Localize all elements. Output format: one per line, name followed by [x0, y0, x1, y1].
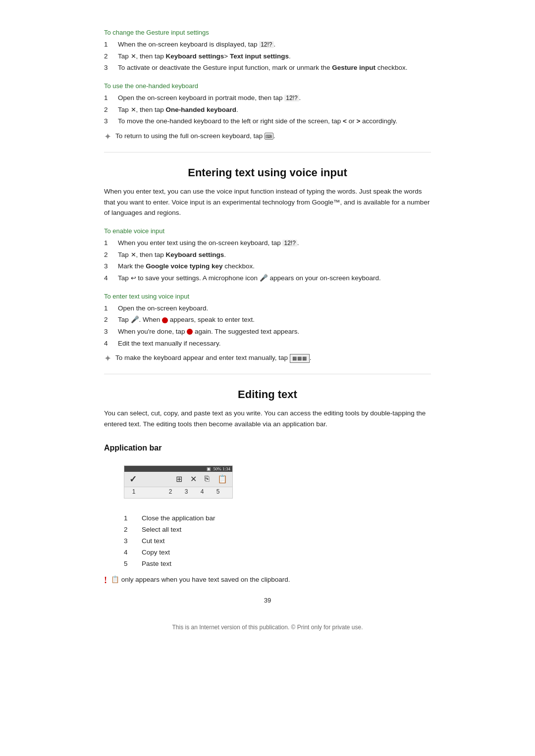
editing-section: Editing text You can select, cut, copy, … [104, 388, 431, 586]
tip-star-icon: ✦ [104, 131, 111, 143]
enable-voice-steps: 1 When you enter text using the on-scree… [104, 238, 431, 284]
tip-star-icon-2: ✦ [104, 353, 111, 365]
one-handed-step-2: 2 Tap ✕, then tap One-handed keyboard. [104, 104, 431, 115]
back-arrow-icon: ↩ [131, 273, 136, 284]
red-dot-icon-2 [187, 329, 193, 335]
enter-step-2: 2 Tap 🎤. When appears, speak to enter te… [104, 314, 431, 325]
settings-icon-2: ✕ [131, 105, 136, 115]
row-description: Cut text [142, 535, 223, 547]
num-spacer [145, 488, 159, 495]
one-handed-step-1: 1 Open the on-screen keyboard in portrai… [104, 93, 431, 103]
enable-step-2: 2 Tap ✕, then tap Keyboard settings. [104, 250, 431, 260]
editing-heading: Editing text [104, 388, 431, 401]
app-bar-diagram: ▣ 50% 1:34 ✓ ⊞ ✕ ⎘ 📋 1 2 3 [124, 465, 233, 499]
row-number: 1 [124, 512, 142, 524]
mic-down-icon: 🎤 [260, 274, 268, 282]
grid-icon: ⊞ [176, 474, 182, 484]
exclamation-icon: ! [104, 574, 107, 587]
one-handed-step-3: 3 To move the one-handed keyboard to the… [104, 116, 431, 127]
one-handed-tip: ✦ To return to using the full on-screen … [104, 131, 431, 143]
row-number: 3 [124, 535, 142, 547]
appbar-heading: Application bar [104, 444, 431, 453]
num-4: 4 [198, 488, 207, 495]
num-3: 3 [182, 488, 191, 495]
gesture-steps: 1 When the on-screen keyboard is display… [104, 39, 431, 73]
app-bar-toolbar: ✓ ⊞ ✕ ⎘ 📋 [124, 472, 232, 487]
row-description: Select all text [142, 524, 223, 535]
appbar-section: Application bar ▣ 50% 1:34 ✓ ⊞ ✕ ⎘ 📋 [104, 444, 431, 587]
copy-icon: ⎘ [205, 474, 210, 484]
enable-step-3: 3 Mark the Google voice typing key check… [104, 261, 431, 272]
mic-icon-inline: 🎤 [131, 316, 139, 323]
editing-body: You can select, cut, copy, and paste tex… [104, 408, 431, 429]
num-1: 1 [129, 488, 138, 495]
row-number: 5 [124, 558, 142, 569]
table-row: 3Cut text [124, 535, 223, 547]
paste-icon: 📋 [217, 474, 227, 484]
settings-icon: ✕ [131, 51, 136, 62]
keyboard-grid-icon: ▦▦▦ [290, 354, 310, 363]
enable-step-1: 1 When you enter text using the on-scree… [104, 238, 431, 249]
red-dot-icon [162, 317, 168, 323]
appbar-numbering-table: 1Close the application bar2Select all te… [124, 512, 223, 569]
check-icon: ✓ [129, 474, 137, 485]
gesture-step-1: 1 When the on-screen keyboard is display… [104, 39, 431, 50]
enable-voice-section: To enable voice input 1 When you enter t… [104, 227, 431, 284]
clipboard-tip: ! 📋 only appears when you have text save… [104, 574, 431, 587]
cut-icon: ✕ [190, 474, 197, 484]
editing-divider [104, 374, 431, 374]
enter-voice-section: To enter text using voice input 1 Open t… [104, 293, 431, 365]
keyboard-return-icon: ⌨ [265, 133, 273, 140]
one-handed-steps: 1 Open the on-screen keyboard in portrai… [104, 93, 431, 127]
table-row: 2Select all text [124, 524, 223, 535]
one-handed-heading: To use the one-handed keyboard [104, 82, 431, 90]
row-description: Copy text [142, 547, 223, 558]
app-bar-icon-group: ⊞ ✕ ⎘ 📋 [176, 474, 227, 484]
enter-voice-heading: To enter text using voice input [104, 293, 431, 300]
num-5: 5 [214, 488, 222, 495]
voice-input-body: When you enter text, you can use the voi… [104, 186, 431, 218]
app-bar-number-row: 1 2 3 4 5 [124, 487, 232, 498]
enter-voice-steps: 1 Open the on-screen keyboard. 2 Tap 🎤. … [104, 303, 431, 349]
gesture-step-3: 3 To activate or deactivate the Gesture … [104, 62, 431, 73]
table-row: 5Paste text [124, 558, 223, 569]
voice-input-section: Entering text using voice input When you… [104, 166, 431, 365]
section-divider [104, 152, 431, 152]
page-content: To change the Gesture input settings 1 W… [74, 0, 461, 670]
status-text: 50% 1:34 [213, 466, 230, 471]
row-description: Close the application bar [142, 512, 223, 524]
settings-icon-3: ✕ [131, 250, 136, 260]
num-2: 2 [166, 488, 175, 495]
row-number: 4 [124, 547, 142, 558]
table-row: 1Close the application bar [124, 512, 223, 524]
enter-step-1: 1 Open the on-screen keyboard. [104, 303, 431, 314]
page-footer: This is an Internet version of this publ… [104, 624, 431, 631]
enable-voice-heading: To enable voice input [104, 227, 431, 235]
one-handed-section: To use the one-handed keyboard 1 Open th… [104, 82, 431, 143]
app-bar-status-bar: ▣ 50% 1:34 [124, 466, 232, 472]
gesture-step-2: 2 Tap ✕, then tap Keyboard settings> Tex… [104, 51, 431, 62]
gesture-heading: To change the Gesture input settings [104, 29, 431, 36]
page-number: 39 [104, 597, 431, 604]
enter-step-4: 4 Edit the text manually if necessary. [104, 338, 431, 349]
enter-step-3: 3 When you're done, tap again. The sugge… [104, 326, 431, 337]
clipboard-icon: 📋 [111, 576, 119, 583]
row-description: Paste text [142, 558, 223, 569]
battery-icon: ▣ [207, 466, 211, 471]
enable-step-4: 4 Tap ↩ to save your settings. A microph… [104, 273, 431, 284]
table-row: 4Copy text [124, 547, 223, 558]
gesture-section: To change the Gesture input settings 1 W… [104, 29, 431, 73]
row-number: 2 [124, 524, 142, 535]
voice-input-heading: Entering text using voice input [104, 166, 431, 179]
enter-voice-tip: ✦ To make the keyboard appear and enter … [104, 353, 431, 365]
